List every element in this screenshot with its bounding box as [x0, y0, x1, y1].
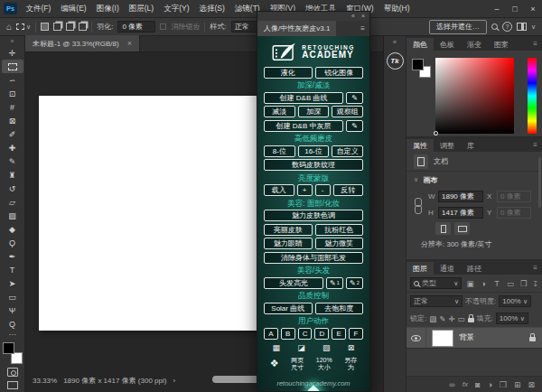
chevron-down-icon[interactable]: ∨	[531, 23, 536, 31]
16bit-button[interactable]: 16-位	[298, 145, 330, 157]
image-icon[interactable]: ▧	[322, 343, 331, 352]
curves-icon[interactable]: ◪	[297, 343, 305, 352]
type-tool[interactable]: T	[2, 263, 23, 276]
layer-visibility-cell[interactable]	[406, 328, 426, 348]
search-icon[interactable]	[491, 23, 498, 30]
active-tool-preset[interactable]: ∨	[16, 23, 31, 31]
tk-panel-icon[interactable]: Tk	[387, 52, 404, 70]
subtract-selection-mode-button[interactable]	[66, 23, 74, 31]
filter-toggle-icon[interactable]: ↧	[532, 279, 538, 288]
dock-collapse-icon[interactable]: «	[393, 38, 397, 49]
height-input[interactable]: 1417 像素	[438, 207, 483, 219]
layer-style-icon[interactable]: fx	[463, 380, 468, 388]
hair-highlight-button[interactable]: 头发高光	[264, 277, 323, 289]
digital-skin-texture-button[interactable]: 数码皮肤纹理	[264, 159, 363, 171]
link-dimensions-icon[interactable]	[415, 198, 421, 214]
glamour-eyes-button[interactable]: 魅力眼睛	[264, 238, 313, 249]
bright-skin-button[interactable]: 亮丽皮肤	[264, 224, 313, 236]
delete-layer-icon[interactable]: ⊠	[528, 380, 535, 389]
color-picker-handle[interactable]	[434, 131, 438, 135]
dnb-brush-button[interactable]: ✎	[346, 92, 363, 104]
brush-tool[interactable]: ✎	[2, 154, 23, 168]
ra-panel-tab[interactable]: 人像/中性灰磨皮v3.1	[257, 21, 336, 36]
export-icon[interactable]: ⊠	[348, 343, 355, 352]
panel-collapse-icon[interactable]: «	[351, 13, 355, 20]
panel-menu-icon[interactable]: ≡	[360, 24, 365, 33]
hair-brush1-button[interactable]: ✎1	[326, 277, 343, 289]
filter-adjustment-layers-icon[interactable]: ◑	[478, 279, 489, 288]
blend-mode-select[interactable]: 正常∨	[410, 295, 463, 307]
action-a-button[interactable]: A	[264, 328, 278, 340]
close-tab-icon[interactable]: ×	[127, 39, 132, 48]
quick-mask-button[interactable]	[7, 368, 18, 377]
lock-position-icon[interactable]: ✛	[448, 314, 454, 323]
panel-scrollbar[interactable]	[538, 157, 541, 208]
tab-color[interactable]: 颜色	[406, 38, 434, 51]
rectangular-marquee-tool[interactable]	[2, 60, 23, 73]
new-layer-icon[interactable]: ⊞	[514, 380, 521, 389]
pen-tool[interactable]: ✒	[2, 249, 23, 263]
action-d-button[interactable]: D	[314, 328, 329, 340]
action-f-button[interactable]: F	[349, 328, 363, 340]
action-e-button[interactable]: E	[332, 328, 346, 340]
hair-brush2-button[interactable]: ✎2	[346, 277, 363, 289]
load-mask-button[interactable]: 载入	[264, 184, 294, 196]
menu-file[interactable]: 文件(F)	[21, 4, 56, 14]
lock-artboard-icon[interactable]: ▭	[458, 314, 465, 323]
canvas[interactable]	[39, 96, 265, 331]
sharpen-image-button[interactable]: 锐化图像	[315, 67, 364, 79]
lock-all-icon[interactable]	[468, 318, 474, 322]
filter-type-layers-icon[interactable]: T	[491, 279, 502, 288]
menu-image[interactable]: 图像(I)	[91, 4, 124, 14]
shape-tool[interactable]: ▭	[2, 290, 23, 303]
liquify-button[interactable]: 液化	[264, 67, 313, 79]
create-dnb-gray-layer-button[interactable]: 创建 D&B 中灰层	[264, 120, 343, 132]
menu-select[interactable]: 选择(S)	[194, 4, 229, 14]
gray-brush-button[interactable]: ✎	[346, 120, 363, 132]
panel-menu-icon[interactable]: ≡	[533, 40, 537, 48]
lock-pixels-icon[interactable]: ✎	[439, 314, 445, 323]
landscape-orientation-button[interactable]	[454, 222, 470, 235]
burn-button[interactable]: 加深	[298, 106, 330, 117]
feather-input[interactable]: 0 像素	[117, 21, 155, 33]
foreground-color-swatch[interactable]	[412, 59, 424, 70]
lock-transparency-icon[interactable]: ▨	[429, 314, 436, 323]
clone-stamp-tool[interactable]: ♜	[2, 168, 23, 182]
tab-libraries[interactable]: 库	[461, 139, 481, 152]
intersect-selection-mode-button[interactable]	[79, 23, 87, 31]
skin-tone-button[interactable]: 魅力皮肤色调	[264, 210, 363, 221]
add-selection-mode-button[interactable]	[53, 23, 61, 31]
size-120-button[interactable]: 120%大小	[316, 357, 332, 370]
frame-tool[interactable]: ⊠	[2, 114, 23, 127]
help-icon[interactable]: ?	[502, 22, 512, 32]
8bit-button[interactable]: 8-位	[264, 145, 295, 157]
tab-channels[interactable]: 通道	[434, 262, 461, 275]
zoom-level[interactable]: 33.33%	[33, 377, 57, 385]
new-selection-mode-button[interactable]	[41, 23, 49, 31]
fill-select[interactable]: 100%∨	[496, 313, 528, 324]
gradient-tool[interactable]: ▨	[2, 209, 23, 222]
document-tab[interactable]: 未标题-1 @ 33.3%(RGB/8) ×	[25, 35, 140, 51]
eyedropper-tool[interactable]: ✐	[2, 127, 23, 141]
opacity-select[interactable]: 100%∨	[499, 295, 531, 307]
hand-tool[interactable]: Ψ	[2, 303, 23, 317]
panel-close-icon[interactable]: ×	[361, 13, 365, 20]
crop-tool[interactable]: #	[2, 100, 23, 114]
close-button[interactable]: ×	[524, 0, 542, 18]
menu-layer[interactable]: 图层(L)	[124, 4, 158, 14]
tab-patterns[interactable]: 图案	[488, 38, 515, 51]
anti-pink-button[interactable]: 抗粉红色	[315, 224, 364, 236]
mask-minus-button[interactable]: -	[315, 184, 331, 196]
toolbar-collapse-icon[interactable]: »	[11, 36, 14, 46]
zoom-tool[interactable]: Q	[2, 317, 23, 331]
object-selection-tool[interactable]: ⊡	[2, 87, 23, 100]
menu-help[interactable]: 帮助(H)	[378, 4, 415, 14]
edit-toolbar-icon[interactable]: ⋯	[9, 331, 16, 340]
filter-shape-layers-icon[interactable]: ▭	[505, 279, 516, 288]
blur-tool[interactable]: ◆	[2, 222, 23, 236]
adjustment-layer-icon[interactable]: ◑	[487, 380, 491, 389]
solar-curve-button[interactable]: Solar 曲线	[264, 303, 313, 314]
tab-gradients[interactable]: 渐变	[461, 38, 488, 51]
menu-edit[interactable]: 编辑(E)	[56, 4, 91, 14]
add-mask-icon[interactable]: ◙	[475, 380, 480, 389]
